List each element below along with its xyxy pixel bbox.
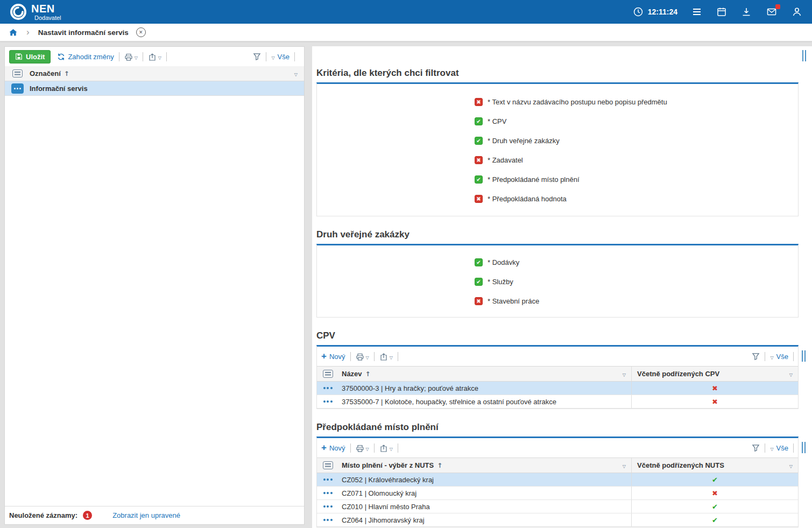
criteria-item-druh[interactable]: * Druh veřejné zakázky <box>317 131 798 150</box>
calendar-icon[interactable] <box>716 6 727 17</box>
row-options-icon[interactable] <box>323 519 333 521</box>
cpv-new-button[interactable]: Nový <box>321 351 345 362</box>
checkbox-icon[interactable] <box>475 98 483 106</box>
discard-changes-button[interactable]: Zahodit změny <box>57 53 114 61</box>
row-options-icon[interactable] <box>323 400 333 403</box>
place-column-included[interactable]: Včetně podřízených NUTS <box>637 461 724 469</box>
place-column-misto[interactable]: Místo plnění - výběr z NUTS <box>342 461 434 469</box>
section-title-place: Předpokládané místo plnění <box>316 417 799 437</box>
home-icon[interactable] <box>9 28 18 37</box>
place-table-row[interactable]: CZ064 | Jihomoravský kraj <box>317 513 798 527</box>
criteria-label: * Předpokládaná hodnota <box>488 195 567 203</box>
cpv-column-nazev[interactable]: Název <box>342 370 362 378</box>
export-button[interactable] <box>148 52 161 61</box>
print-dropdown-caret-icon[interactable] <box>366 351 369 361</box>
printer-icon <box>356 444 364 453</box>
row-options-icon[interactable] <box>323 478 333 481</box>
print-dropdown-caret-icon[interactable] <box>135 52 138 61</box>
criteria-item-zadavatel[interactable]: * Zadavatel <box>317 150 798 170</box>
column-filter-caret-icon[interactable] <box>294 69 298 78</box>
place-filter-button[interactable] <box>752 444 760 452</box>
download-icon[interactable] <box>741 6 752 17</box>
place-row-name: CZ071 | Olomoucký kraj <box>338 489 631 497</box>
column-filter-caret-icon[interactable] <box>789 370 793 378</box>
criteria-item-misto[interactable]: * Předpokládané místo plnění <box>317 170 798 189</box>
checkbox-icon[interactable] <box>475 156 483 164</box>
view-all-caret-icon <box>271 53 274 61</box>
column-header-oznaceni[interactable]: Označení <box>30 69 61 78</box>
export-icon <box>379 353 388 361</box>
cpv-filter-button[interactable] <box>752 353 760 361</box>
place-new-button[interactable]: Nový <box>321 442 345 453</box>
cpv-column-included[interactable]: Včetně podřízených CPV <box>637 370 719 378</box>
kind-item-dodavky[interactable]: * Dodávky <box>317 252 798 272</box>
criteria-item-hodnota[interactable]: * Předpokládaná hodnota <box>317 189 798 208</box>
row-options-icon[interactable] <box>323 505 333 508</box>
column-chooser-icon[interactable] <box>323 461 333 469</box>
cpv-table-row[interactable]: 37535000-7 | Kolotoče, houpačky, střelni… <box>317 395 798 409</box>
criteria-item-text[interactable]: * Text v názvu zadávacího postupu nebo p… <box>317 92 798 111</box>
kind-label: * Služby <box>488 278 513 286</box>
left-panel-footer: Neuložené záznamy: 1 Zobrazit jen uprave… <box>5 506 304 524</box>
checkbox-icon[interactable] <box>475 258 483 266</box>
checkbox-icon[interactable] <box>475 137 483 145</box>
criteria-label: * CPV <box>488 117 506 125</box>
toolbar-end-separator <box>802 350 806 362</box>
export-dropdown-caret-icon[interactable] <box>390 351 393 361</box>
criteria-label: * Předpokládané místo plnění <box>488 175 580 184</box>
filter-funnel-icon <box>253 53 261 61</box>
included-mark-icon <box>712 476 718 484</box>
print-dropdown-caret-icon[interactable] <box>366 443 369 453</box>
toolbar-end-separator <box>802 50 806 61</box>
place-view-all-button[interactable]: Vše <box>770 444 788 452</box>
section-title-kind: Druh veřejné zakázky <box>316 224 799 244</box>
place-export-button[interactable] <box>379 443 393 453</box>
column-chooser-icon[interactable] <box>323 370 333 378</box>
export-dropdown-caret-icon[interactable] <box>158 52 161 61</box>
column-filter-caret-icon[interactable] <box>623 461 626 469</box>
place-table-row[interactable]: CZ010 | Hlavní město Praha <box>317 500 798 513</box>
mail-icon[interactable] <box>766 6 778 17</box>
nen-logo[interactable]: NEN Dodavatel <box>10 3 61 21</box>
save-button[interactable]: Uložit <box>9 50 51 64</box>
section-criteria: Kritéria, dle kterých chci filtrovat * T… <box>316 62 799 216</box>
show-edited-link[interactable]: Zobrazit jen upravené <box>112 511 180 519</box>
column-filter-caret-icon[interactable] <box>623 370 626 378</box>
cpv-table-row[interactable]: 37500000-3 | Hry a hračky; pouťové atrak… <box>317 382 798 395</box>
place-print-button[interactable] <box>356 443 369 453</box>
view-all-button[interactable]: Vše <box>271 53 290 61</box>
close-tab-icon[interactable] <box>136 27 146 37</box>
row-options-icon[interactable] <box>323 387 333 389</box>
place-table-row[interactable]: CZ071 | Olomoucký kraj <box>317 487 798 500</box>
sort-ascending-icon[interactable] <box>437 461 442 469</box>
column-chooser-icon[interactable] <box>12 69 23 78</box>
place-table-row[interactable]: CZ052 | Královéhradecký kraj <box>317 473 798 487</box>
criteria-label: * Text v názvu zadávacího postupu nebo p… <box>488 98 667 106</box>
row-label: Informační servis <box>30 85 88 93</box>
sort-ascending-icon[interactable] <box>64 69 69 78</box>
topbar: NEN Dodavatel 12:11:24 <box>0 0 812 24</box>
kind-item-stavebni[interactable]: * Stavební práce <box>317 291 798 311</box>
checkbox-icon[interactable] <box>475 195 483 203</box>
kind-item-sluzby[interactable]: * Služby <box>317 272 798 291</box>
cpv-export-button[interactable] <box>379 351 393 361</box>
checkbox-icon[interactable] <box>475 117 483 125</box>
criteria-item-cpv[interactable]: * CPV <box>317 111 798 131</box>
user-icon[interactable] <box>792 6 802 17</box>
menu-icon[interactable] <box>691 6 702 17</box>
column-filter-caret-icon[interactable] <box>789 461 793 469</box>
row-options-icon[interactable] <box>323 492 333 494</box>
cpv-view-all-button[interactable]: Vše <box>770 353 788 361</box>
print-button[interactable] <box>124 52 138 61</box>
filter-button[interactable] <box>253 53 261 61</box>
export-dropdown-caret-icon[interactable] <box>390 443 393 453</box>
list-item-informacni-servis[interactable]: Informační servis <box>5 81 304 96</box>
right-panel: Kritéria, dle kterých chci filtrovat * T… <box>312 46 812 528</box>
row-options-icon[interactable] <box>11 83 24 94</box>
sort-ascending-icon[interactable] <box>365 370 371 378</box>
cpv-print-button[interactable] <box>356 351 369 361</box>
checkbox-icon[interactable] <box>475 278 483 286</box>
checkbox-icon[interactable] <box>475 297 483 305</box>
checkbox-icon[interactable] <box>475 175 483 184</box>
plus-icon <box>321 351 327 362</box>
